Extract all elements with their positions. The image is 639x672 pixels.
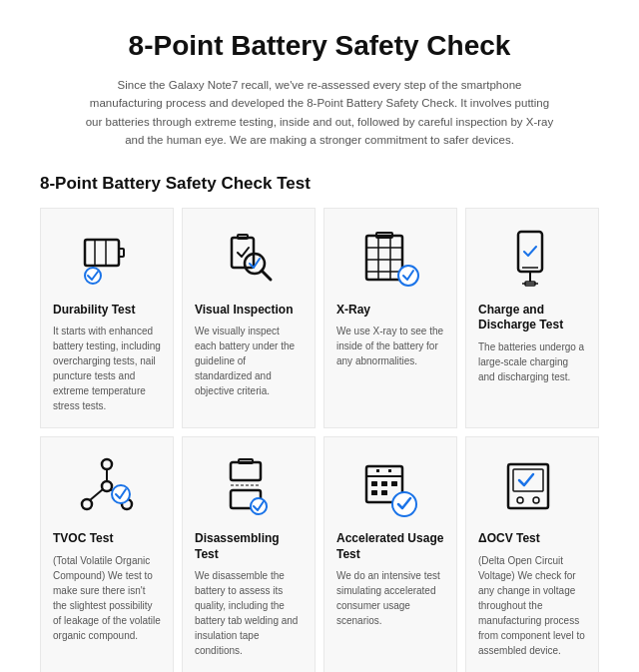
tvoc-icon — [53, 451, 161, 521]
disassemble-title: Disassembling Test — [195, 531, 303, 562]
card-accelerated: Accelerated Usage Test We do an intensiv… — [323, 436, 457, 672]
xray-icon — [336, 223, 444, 293]
visual-desc: We visually inspect each battery under t… — [195, 324, 303, 398]
intro-text: Since the Galaxy Note7 recall, we've re-… — [80, 76, 559, 150]
accelerated-icon — [336, 451, 444, 521]
xray-title: X-Ray — [336, 303, 370, 319]
svg-line-8 — [262, 271, 271, 280]
accelerated-title: Accelerated Usage Test — [336, 531, 444, 562]
disassemble-desc: We disassemble the battery to assess its… — [195, 568, 303, 658]
svg-rect-30 — [231, 462, 261, 480]
svg-rect-38 — [388, 469, 391, 472]
xray-desc: We use X-ray to see the inside of the ba… — [336, 324, 444, 368]
svg-rect-17 — [518, 232, 542, 272]
card-charge: Charge and Discharge Test The batteries … — [465, 208, 599, 429]
page-container: 8-Point Battery Safety Check Since the G… — [0, 0, 639, 672]
svg-point-48 — [533, 497, 539, 503]
disassemble-icon — [195, 451, 303, 521]
charge-icon — [478, 223, 586, 293]
svg-rect-1 — [119, 249, 124, 257]
charge-desc: The batteries undergo a large-scale char… — [478, 339, 586, 384]
card-visual: Visual Inspection We visually inspect ea… — [182, 208, 316, 429]
charge-title: Charge and Discharge Test — [478, 303, 586, 334]
durability-desc: It starts with enhanced battery testing,… — [53, 324, 161, 413]
svg-rect-39 — [371, 481, 377, 486]
main-title: 8-Point Battery Safety Check — [40, 30, 599, 62]
ocv-desc: (Delta Open Circuit Voltage) We check fo… — [478, 553, 586, 658]
cards-grid: Durability Test It starts with enhanced … — [40, 208, 599, 672]
svg-rect-43 — [381, 490, 387, 495]
svg-rect-42 — [371, 490, 377, 495]
svg-rect-41 — [391, 481, 397, 486]
svg-point-47 — [517, 497, 523, 503]
svg-rect-37 — [376, 469, 379, 472]
svg-line-26 — [90, 489, 103, 500]
visual-icon — [195, 223, 303, 293]
svg-rect-9 — [366, 236, 402, 280]
card-disassemble: Disassembling Test We disassemble the ba… — [182, 436, 316, 672]
accelerated-desc: We do an intensive test simulating accel… — [336, 568, 444, 628]
svg-rect-45 — [508, 464, 548, 508]
card-ocv: ΔOCV Test (Delta Open Circuit Voltage) W… — [465, 436, 599, 672]
tvoc-desc: (Total Volatile Organic Compound) We tes… — [53, 553, 161, 643]
durability-icon — [53, 223, 161, 293]
ocv-title: ΔOCV Test — [478, 531, 540, 547]
svg-rect-40 — [381, 481, 387, 486]
card-tvoc: TVOC Test (Total Volatile Organic Compou… — [40, 436, 174, 672]
svg-rect-0 — [85, 240, 119, 266]
svg-point-22 — [102, 481, 112, 491]
ocv-icon — [478, 451, 586, 521]
svg-point-16 — [398, 266, 418, 286]
svg-point-29 — [112, 485, 130, 503]
tvoc-title: TVOC Test — [53, 531, 113, 547]
section-title: 8-Point Battery Safety Check Test — [40, 174, 599, 194]
card-durability: Durability Test It starts with enhanced … — [40, 208, 174, 429]
visual-title: Visual Inspection — [195, 303, 293, 319]
durability-title: Durability Test — [53, 303, 135, 319]
card-xray: X-Ray We use X-ray to see the inside of … — [323, 208, 457, 429]
svg-point-23 — [102, 459, 112, 469]
